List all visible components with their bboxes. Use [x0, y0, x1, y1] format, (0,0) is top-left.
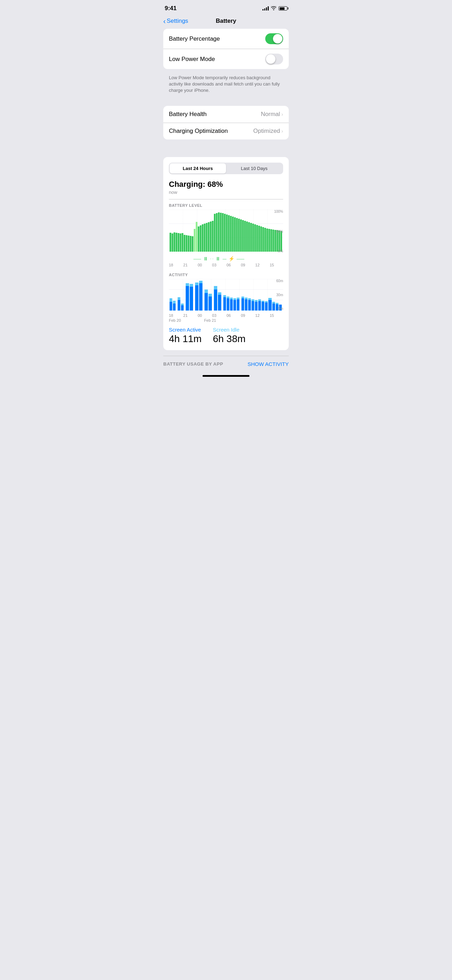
- status-icons: [263, 6, 287, 11]
- screen-active-label: Screen Active: [169, 327, 202, 332]
- divider-1: [169, 199, 283, 199]
- svg-rect-86: [186, 286, 189, 310]
- svg-rect-124: [262, 302, 264, 310]
- svg-rect-34: [216, 213, 218, 252]
- svg-rect-11: [170, 233, 171, 252]
- svg-rect-98: [214, 290, 217, 310]
- svg-rect-23: [194, 229, 196, 252]
- dash-icon: · ·: [210, 256, 213, 261]
- svg-rect-104: [227, 298, 229, 310]
- chevron-right-icon: ›: [282, 111, 283, 117]
- svg-rect-42: [232, 216, 234, 252]
- svg-rect-49: [246, 221, 248, 252]
- pause-icon-2: ⏸: [215, 256, 220, 261]
- svg-rect-94: [205, 293, 208, 310]
- tab-last-24-hours[interactable]: Last 24 Hours: [170, 163, 226, 173]
- svg-rect-18: [184, 235, 185, 252]
- svg-rect-115: [245, 298, 248, 299]
- svg-rect-25: [197, 226, 199, 252]
- screen-idle-label: Screen Idle: [213, 327, 245, 332]
- svg-rect-26: [200, 225, 202, 252]
- activity-stats: Screen Active 4h 11m Screen Idle 6h 38m: [169, 327, 283, 345]
- segment-control: Last 24 Hours Last 10 Days: [169, 162, 283, 174]
- screen-active-stat: Screen Active 4h 11m: [169, 327, 202, 345]
- svg-rect-46: [240, 220, 242, 252]
- battery-usage-section: BATTERY USAGE BY APP SHOW ACTIVITY: [163, 356, 289, 372]
- svg-rect-111: [237, 298, 240, 299]
- show-activity-button[interactable]: SHOW ACTIVITY: [247, 361, 289, 367]
- x-axis-activity: 18 21 00 03 06 09 12 15: [169, 313, 283, 318]
- battery-percentage-toggle[interactable]: [265, 33, 283, 44]
- page-title: Battery: [216, 18, 237, 24]
- svg-rect-84: [181, 305, 184, 310]
- svg-rect-56: [260, 226, 262, 252]
- activity-chart-container: 60m 30m 0m: [169, 279, 283, 310]
- status-time: 9:41: [165, 5, 177, 12]
- lightning-icon: ⚡: [228, 256, 234, 261]
- svg-rect-125: [262, 301, 264, 302]
- x-axis-battery: 18 21 00 03 06 09 12 15: [169, 263, 283, 267]
- svg-rect-110: [237, 299, 240, 310]
- svg-rect-79: [170, 298, 172, 302]
- home-indicator-area: [158, 372, 294, 382]
- battery-level-label: BATTERY LEVEL: [169, 203, 283, 207]
- svg-rect-39: [226, 215, 228, 252]
- svg-rect-47: [242, 220, 244, 252]
- low-power-mode-row[interactable]: Low Power Mode: [163, 49, 289, 69]
- charging-optimization-label: Charging Optimization: [169, 127, 228, 135]
- svg-rect-51: [250, 223, 252, 252]
- charging-subtitle: now: [169, 189, 283, 195]
- battery-health-card: Battery Health Normal › Charging Optimiz…: [163, 106, 289, 140]
- activity-label: ACTIVITY: [169, 273, 283, 277]
- low-power-mode-toggle[interactable]: [265, 54, 283, 65]
- battery-health-row[interactable]: Battery Health Normal ›: [163, 106, 289, 123]
- svg-rect-85: [181, 304, 184, 305]
- svg-rect-63: [274, 230, 276, 252]
- nav-bar: ‹ Settings Battery: [158, 15, 294, 29]
- svg-rect-87: [186, 283, 189, 286]
- svg-rect-112: [242, 298, 244, 310]
- svg-rect-118: [251, 301, 255, 310]
- svg-rect-131: [272, 302, 275, 304]
- svg-rect-59: [266, 229, 268, 252]
- svg-rect-80: [173, 304, 176, 310]
- svg-rect-27: [202, 224, 204, 252]
- svg-rect-37: [222, 213, 224, 252]
- activity-chart: [169, 279, 283, 310]
- svg-rect-120: [255, 302, 258, 310]
- svg-rect-30: [208, 222, 210, 252]
- battery-chart-container: 100% 50% 0%: [169, 210, 283, 253]
- x-axis-dates: Feb 20 Feb 21: [169, 318, 283, 323]
- svg-rect-44: [236, 218, 238, 252]
- svg-rect-133: [276, 303, 279, 304]
- svg-rect-81: [173, 301, 176, 304]
- battery-level-chart: [169, 210, 283, 252]
- home-indicator: [202, 375, 250, 377]
- svg-rect-88: [189, 287, 193, 310]
- screen-idle-value: 6h 38m: [213, 333, 245, 345]
- svg-rect-116: [248, 300, 251, 310]
- back-label: Settings: [167, 18, 188, 24]
- svg-rect-17: [181, 233, 183, 252]
- svg-rect-28: [204, 224, 206, 252]
- svg-rect-22: [192, 236, 193, 252]
- svg-rect-19: [186, 235, 188, 252]
- svg-rect-53: [255, 224, 256, 252]
- svg-rect-41: [230, 216, 232, 252]
- svg-rect-129: [268, 298, 272, 300]
- back-button[interactable]: ‹ Settings: [163, 17, 188, 25]
- battery-icon: [279, 6, 287, 11]
- chevron-right-icon-2: ›: [282, 128, 283, 134]
- tab-last-10-days[interactable]: Last 10 Days: [226, 163, 282, 173]
- svg-rect-91: [195, 283, 199, 285]
- svg-rect-65: [279, 231, 280, 252]
- battery-percentage-row[interactable]: Battery Percentage: [163, 29, 289, 49]
- svg-rect-33: [214, 214, 215, 252]
- screen-active-value: 4h 11m: [169, 333, 202, 345]
- svg-rect-24: [196, 222, 197, 252]
- svg-rect-15: [178, 233, 180, 252]
- charging-optimization-row[interactable]: Charging Optimization Optimized ›: [163, 123, 289, 140]
- svg-rect-83: [178, 297, 180, 300]
- svg-rect-102: [223, 297, 226, 310]
- battery-stats-card: Last 24 Hours Last 10 Days Charging: 68%…: [163, 157, 289, 350]
